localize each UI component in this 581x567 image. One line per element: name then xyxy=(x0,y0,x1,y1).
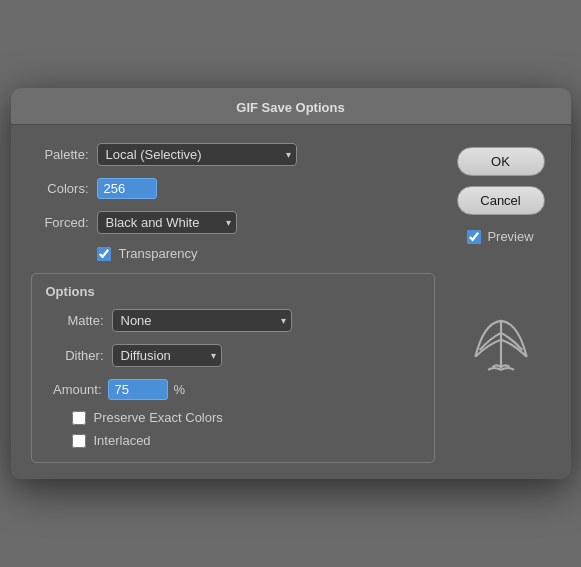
matte-label: Matte: xyxy=(46,313,104,328)
interlaced-label: Interlaced xyxy=(94,433,151,448)
percent-sign: % xyxy=(174,382,186,397)
preview-checkbox[interactable] xyxy=(467,230,481,244)
cancel-button[interactable]: Cancel xyxy=(457,186,545,215)
matte-select-wrapper: None White Black Other... ▾ xyxy=(112,309,292,332)
dialog-right: OK Cancel Preview xyxy=(451,143,551,463)
options-section: Options Matte: None White Black Other...… xyxy=(31,273,435,463)
forced-select-wrapper: Black and White None Primaries Web ▾ xyxy=(97,211,237,234)
matte-row: Matte: None White Black Other... ▾ xyxy=(46,309,420,332)
preserve-exact-colors-row: Preserve Exact Colors xyxy=(46,410,420,425)
ok-button[interactable]: OK xyxy=(457,147,545,176)
gif-save-options-dialog: GIF Save Options Palette: Local (Selecti… xyxy=(11,88,571,479)
preserve-exact-colors-checkbox[interactable] xyxy=(72,411,86,425)
preserve-exact-colors-label: Preserve Exact Colors xyxy=(94,410,223,425)
interlaced-row: Interlaced xyxy=(46,433,420,448)
colors-input[interactable]: 256 xyxy=(97,178,157,199)
preview-label: Preview xyxy=(487,229,533,244)
forced-row: Forced: Black and White None Primaries W… xyxy=(31,211,435,234)
palette-select[interactable]: Local (Selective) Local (Perceptual) Loc… xyxy=(97,143,297,166)
amount-row: Amount: 75 % xyxy=(46,379,420,400)
colors-row: Colors: 256 xyxy=(31,178,435,199)
options-title: Options xyxy=(46,284,420,299)
palette-select-wrapper: Local (Selective) Local (Perceptual) Loc… xyxy=(97,143,297,166)
transparency-label: Transparency xyxy=(119,246,198,261)
adobe-logo-icon xyxy=(466,314,536,374)
dither-row: Dither: Diffusion Pattern Noise No Dithe… xyxy=(46,344,420,367)
amount-input[interactable]: 75 xyxy=(108,379,168,400)
palette-row: Palette: Local (Selective) Local (Percep… xyxy=(31,143,435,166)
dialog-titlebar: GIF Save Options xyxy=(11,88,571,125)
interlaced-checkbox[interactable] xyxy=(72,434,86,448)
amount-label: Amount: xyxy=(46,382,102,397)
adobe-logo-area xyxy=(466,314,536,374)
forced-select[interactable]: Black and White None Primaries Web xyxy=(97,211,237,234)
dither-select[interactable]: Diffusion Pattern Noise No Dither xyxy=(112,344,222,367)
dither-select-wrapper: Diffusion Pattern Noise No Dither ▾ xyxy=(112,344,222,367)
dialog-body: Palette: Local (Selective) Local (Percep… xyxy=(11,125,571,479)
dialog-title: GIF Save Options xyxy=(236,100,344,115)
transparency-row: Transparency xyxy=(31,246,435,261)
matte-select[interactable]: None White Black Other... xyxy=(112,309,292,332)
transparency-checkbox[interactable] xyxy=(97,247,111,261)
palette-label: Palette: xyxy=(31,147,89,162)
dither-label: Dither: xyxy=(46,348,104,363)
dialog-left: Palette: Local (Selective) Local (Percep… xyxy=(31,143,435,463)
preview-row: Preview xyxy=(467,229,533,244)
colors-label: Colors: xyxy=(31,181,89,196)
forced-label: Forced: xyxy=(31,215,89,230)
